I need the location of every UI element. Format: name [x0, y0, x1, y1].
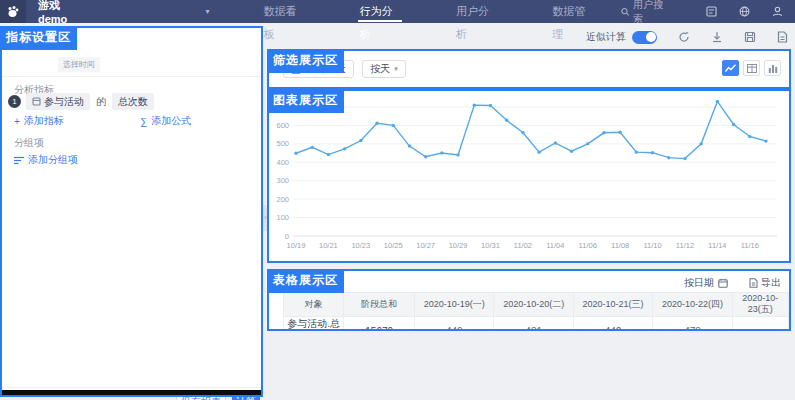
granularity-chip[interactable]: 按天 ▾	[362, 60, 406, 78]
add-metric-label: 添加指标	[24, 114, 64, 128]
divider	[0, 387, 263, 388]
list-icon	[14, 156, 24, 165]
add-group-label: 添加分组项	[28, 153, 78, 167]
svg-text:300: 300	[276, 176, 289, 185]
svg-text:400: 400	[276, 158, 289, 167]
bottom-black-bar	[1, 390, 261, 397]
nav-menu: 数据看板行为分析用户分析数据管理	[235, 0, 620, 23]
approx-calc-label: 近似计算	[586, 30, 626, 44]
row-total-cell: 15670	[344, 317, 415, 330]
by-date-label: 按日期	[684, 276, 714, 290]
svg-text:11/14: 11/14	[708, 241, 726, 250]
date-range-chip[interactable]: 过去30天	[283, 60, 354, 78]
svg-text:500: 500	[276, 139, 289, 148]
row-value-cell[interactable]: 481	[494, 317, 573, 330]
search-icon	[621, 7, 630, 17]
row-value-cell[interactable]: 442	[573, 317, 652, 330]
svg-text:10/27: 10/27	[416, 241, 435, 250]
table-col-header: 2020-10-21(三)	[573, 293, 652, 317]
svg-text:10/25: 10/25	[384, 241, 403, 250]
globe-icon[interactable]	[739, 6, 750, 17]
event-chip-label: 参与活动	[44, 95, 84, 109]
download-icon[interactable]	[711, 31, 723, 43]
plus-icon: +	[14, 116, 20, 127]
svg-text:11/16: 11/16	[741, 241, 759, 250]
svg-text:10/29: 10/29	[449, 241, 468, 250]
table-col-header: 2020-10-20(二)	[494, 293, 573, 317]
svg-text:200: 200	[276, 195, 289, 204]
table-view-button[interactable]	[743, 60, 760, 76]
calendar-icon	[718, 278, 728, 288]
nav-item-3[interactable]: 数据管理	[542, 0, 602, 23]
add-formula-link[interactable]: ∑ 添加公式	[140, 114, 191, 128]
line-chart-view-button[interactable]	[722, 60, 739, 76]
svg-text:11/04: 11/04	[546, 241, 564, 250]
measure-chip-label: 总次数	[118, 95, 148, 109]
row-name-cell: 参与活动.总次数	[284, 317, 344, 330]
connector-text: 的	[96, 95, 106, 109]
row-value-cell	[732, 317, 788, 330]
event-icon	[32, 97, 41, 106]
filter-card: 过去30天 按天 ▾	[269, 51, 789, 87]
user-search-label: 用户搜索	[633, 0, 668, 26]
result-toolbar: 近似计算	[586, 30, 788, 44]
nav-item-2[interactable]: 用户分析	[446, 0, 506, 23]
panel-collapse-handle[interactable]: ‹	[262, 205, 269, 231]
svg-text:700: 700	[276, 103, 289, 112]
svg-text:10/23: 10/23	[351, 241, 370, 250]
add-metric-link[interactable]: + 添加指标	[14, 114, 64, 128]
svg-text:11/10: 11/10	[643, 241, 661, 250]
by-date-selector[interactable]: 按日期	[684, 276, 731, 290]
approx-calc-toggle[interactable]	[632, 31, 657, 44]
table-card: 按日期 导出 对象阶段总和2020-10-19(一)2020-10-20(二)2…	[269, 271, 789, 329]
table-col-header: 阶段总和	[344, 293, 415, 317]
svg-text:10/31: 10/31	[481, 241, 500, 250]
table-icon	[747, 64, 757, 73]
time-tab[interactable]: 选择时间	[58, 57, 100, 72]
measure-select-chip[interactable]: 总次数	[112, 93, 154, 110]
refresh-icon[interactable]	[678, 31, 690, 43]
svg-text:11/02: 11/02	[514, 241, 532, 250]
svg-text:11/12: 11/12	[676, 241, 694, 250]
top-navbar: 游戏demo ▾ 数据看板行为分析用户分析数据管理 用户搜索	[0, 0, 795, 23]
app-title[interactable]: 游戏demo	[38, 0, 87, 25]
svg-text:100: 100	[276, 213, 289, 222]
row-value-cell[interactable]: 473	[653, 317, 732, 330]
export-button[interactable]: 导出	[745, 276, 781, 290]
user-search[interactable]: 用户搜索	[621, 0, 668, 26]
svg-text:0: 0	[285, 232, 289, 241]
nav-item-0[interactable]: 数据看板	[253, 0, 313, 23]
nav-item-1[interactable]: 行为分析	[350, 0, 410, 23]
caret-down-icon: ▾	[394, 65, 398, 73]
add-group-link[interactable]: 添加分组项	[14, 153, 78, 167]
report-doc-icon[interactable]	[777, 31, 788, 43]
bar-chart-icon	[768, 64, 778, 73]
svg-text:600: 600	[276, 121, 289, 130]
svg-text:11/06: 11/06	[579, 241, 597, 250]
paw-logo-icon	[6, 5, 20, 19]
export-doc-icon	[749, 278, 758, 288]
group-section-title: 分组项	[14, 136, 44, 150]
export-label: 导出	[761, 276, 781, 290]
date-range-label: 过去30天	[305, 62, 346, 76]
svg-text:10/21: 10/21	[319, 241, 338, 250]
svg-text:10/19: 10/19	[287, 241, 306, 250]
line-chart-icon	[725, 64, 736, 73]
chart-card: 010020030040050060070010/1910/2110/2310/…	[269, 91, 789, 261]
table-row: 参与活动.总次数15670449481442473	[284, 317, 789, 330]
bar-chart-view-button[interactable]	[764, 60, 781, 76]
metric-index-badge: 1	[8, 95, 21, 108]
line-chart[interactable]: 010020030040050060070010/1910/2110/2310/…	[269, 91, 789, 261]
calendar-icon	[291, 64, 301, 74]
divider	[0, 76, 263, 77]
app-logo[interactable]	[0, 0, 26, 23]
save-icon[interactable]	[744, 31, 756, 43]
granularity-label: 按天	[370, 62, 390, 76]
row-value-cell[interactable]: 449	[415, 317, 494, 330]
result-table: 对象阶段总和2020-10-19(一)2020-10-20(二)2020-10-…	[283, 292, 789, 329]
chevron-down-icon[interactable]: ▾	[205, 7, 209, 16]
event-select-chip[interactable]: 参与活动	[26, 93, 90, 110]
projects-icon[interactable]	[706, 6, 717, 17]
user-icon[interactable]	[772, 6, 783, 17]
svg-text:11/08: 11/08	[611, 241, 629, 250]
